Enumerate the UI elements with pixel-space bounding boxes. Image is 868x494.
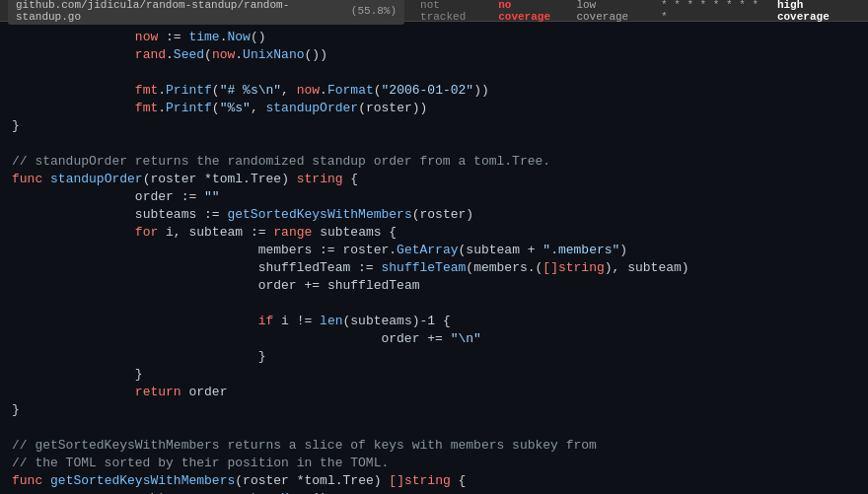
no-coverage-label: no coverage xyxy=(498,0,568,23)
code-area: now := time.Now() rand.Seed(now.UnixNano… xyxy=(0,22,868,494)
code-line: } xyxy=(0,402,868,420)
code-line xyxy=(0,420,868,438)
code-line: fmt.Printf("# %s\n", now.Format("2006-01… xyxy=(0,83,868,101)
repo-url: github.com/jidicula/random-standup/rando… xyxy=(16,0,347,23)
code-line xyxy=(0,296,868,314)
not-tracked-label: not tracked xyxy=(420,0,490,23)
code-line: func getSortedKeysWithMembers(roster *to… xyxy=(0,473,868,491)
code-line: for i, subteam := range subteams { xyxy=(0,225,868,243)
code-line: fmt.Printf("%s", standupOrder(roster)) xyxy=(0,101,868,118)
code-line: order += "\n" xyxy=(0,331,868,349)
code-line: // getSortedKeysWithMembers returns a sl… xyxy=(0,438,868,456)
topbar: github.com/jidicula/random-standup/rando… xyxy=(0,0,868,22)
high-coverage-label: high coverage xyxy=(777,0,860,23)
code-line: // the TOML sorted by their position in … xyxy=(0,456,868,473)
code-line: rand.Seed(now.UnixNano()) xyxy=(0,47,868,65)
low-coverage-label: low coverage xyxy=(576,0,653,23)
coverage-legend: not tracked no coverage low coverage * *… xyxy=(420,0,860,23)
code-line xyxy=(0,65,868,83)
code-line: shuffledTeam := shuffleTeam(members.([]s… xyxy=(0,260,868,278)
low-stars: * * * * * * * * * xyxy=(661,0,769,23)
code-line: func standupOrder(roster *toml.Tree) str… xyxy=(0,172,868,189)
code-line: order += shuffledTeam xyxy=(0,278,868,296)
code-line: return order xyxy=(0,385,868,402)
coverage-percent: (55.8%) xyxy=(351,5,397,17)
code-line xyxy=(0,136,868,154)
code-line: if i != len(subteams)-1 { xyxy=(0,314,868,331)
code-line: now := time.Now() xyxy=(0,30,868,47)
repo-link[interactable]: github.com/jidicula/random-standup/rando… xyxy=(8,0,404,25)
code-line: subteams := getSortedKeysWithMembers(ros… xyxy=(0,207,868,225)
code-line: } xyxy=(0,118,868,136)
code-line: } xyxy=(0,367,868,385)
code-line: members := roster.GetArray(subteam + ".m… xyxy=(0,243,868,260)
code-line: order := "" xyxy=(0,189,868,207)
code-line: } xyxy=(0,349,868,367)
code-line: // standupOrder returns the randomized s… xyxy=(0,154,868,172)
